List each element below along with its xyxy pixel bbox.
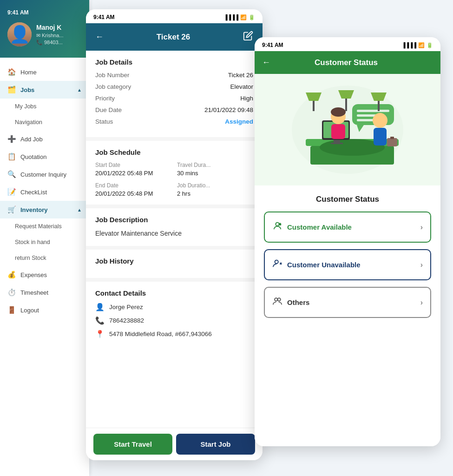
priority-label: Priority — [95, 95, 115, 102]
inquiry-icon: 🔍 — [7, 170, 16, 178]
contact-phone-row: 📞 7864238882 — [95, 316, 253, 325]
sidebar-item-label: CheckList — [20, 189, 47, 196]
job-duration-value: 2 hrs — [177, 190, 253, 197]
sidebar-item-navigation[interactable]: Navigation — [0, 114, 89, 130]
sidebar-item-label: Navigation — [15, 119, 42, 126]
start-date-value: 20/01/2022 05:48 PM — [95, 170, 171, 177]
svg-rect-19 — [390, 137, 394, 139]
ticket-back-button[interactable]: ← — [93, 30, 105, 44]
sidebar-item-inventory[interactable]: 🛒 Inventory ▲ — [0, 201, 89, 218]
job-category-label: Job category — [95, 83, 131, 90]
sidebar-item-logout[interactable]: 🚪 Logout — [0, 301, 89, 319]
sidebar-nav: 🏠 Home 🗂️ Jobs ▲ My Jobs Navigation ➕ Ad… — [0, 58, 89, 476]
end-date-label: End Date — [95, 182, 171, 189]
job-duration-label: Job Duratio... — [177, 182, 253, 189]
job-description-text: Elevator Maintenance Service — [95, 229, 253, 238]
sidebar-item-label: Request Materials — [15, 223, 62, 230]
job-number-value: Ticket 26 — [228, 72, 253, 79]
customer-illustration — [255, 74, 440, 185]
checklist-icon: 📝 — [7, 188, 16, 196]
job-number-label: Job Number — [95, 72, 130, 79]
svg-rect-18 — [387, 138, 397, 146]
sidebar-item-expenses[interactable]: 💰 Expenses — [0, 266, 89, 284]
sidebar-item-jobs[interactable]: 🗂️ Jobs ▲ — [0, 81, 89, 99]
contact-details-title: Contact Details — [95, 289, 253, 297]
start-travel-button[interactable]: Start Travel — [93, 434, 172, 455]
logout-icon: 🚪 — [7, 306, 16, 314]
svg-point-28 — [275, 260, 278, 264]
ticket-edit-button[interactable] — [241, 29, 255, 45]
svg-rect-12 — [357, 119, 375, 121]
sidebar-item-return-stock[interactable]: return Stock — [0, 250, 89, 266]
ticket-panel: 9:41 AM ▐▐▐▐ 📶 🔋 ← Ticket 26 Job Details… — [86, 9, 263, 460]
available-label: Customer Available — [287, 223, 352, 231]
customer-back-button[interactable]: ← — [262, 58, 270, 67]
ticket-status-bar: 9:41 AM ▐▐▐▐ 📶 🔋 — [86, 9, 263, 23]
unavailable-left: Customer Unavailable — [272, 258, 361, 271]
job-description-section: Job Description Elevator Maintenance Ser… — [86, 208, 263, 250]
available-left: Customer Available — [272, 221, 352, 233]
chevron-up-icon: ▲ — [77, 87, 82, 93]
customer-wifi-icon: 📶 — [418, 42, 425, 48]
customer-available-option[interactable]: Customer Available › — [264, 212, 431, 243]
sidebar-item-quotation[interactable]: 📋 Quotation — [0, 148, 89, 165]
job-number-row: Job Number Ticket 26 — [95, 72, 253, 79]
contact-name-row: 👤 Jorge Perez — [95, 303, 253, 311]
status-value: Assigned — [225, 118, 253, 125]
priority-value: High — [240, 95, 253, 102]
customer-others-option[interactable]: Others › — [264, 287, 431, 318]
sidebar-item-request-materials[interactable]: Request Materials — [0, 218, 89, 234]
signal-bars-icon: ▐▐▐▐ — [402, 42, 416, 48]
job-details-title: Job Details — [95, 58, 253, 66]
start-date-label: Start Date — [95, 162, 171, 168]
sidebar-item-checklist[interactable]: 📝 CheckList — [0, 183, 89, 201]
sidebar-item-label: Home — [20, 69, 37, 76]
status-label: Status — [95, 118, 113, 125]
travel-duration-value: 30 mins — [177, 170, 253, 177]
add-job-icon: ➕ — [7, 135, 16, 143]
sidebar: 9:41 AM Manoj K ✉ Krishna... 📞 98403... … — [0, 0, 89, 476]
job-history-section: Job History — [86, 250, 263, 282]
customer-battery-icon: 🔋 — [427, 42, 433, 48]
status-row: Status Assigned — [95, 118, 253, 125]
ticket-header: ← Ticket 26 — [86, 23, 263, 51]
chevron-up-icon2: ▲ — [77, 207, 82, 212]
svg-point-32 — [277, 298, 280, 301]
sidebar-item-label: Add Job — [20, 136, 43, 143]
svg-point-31 — [275, 298, 277, 301]
location-icon: 📍 — [95, 330, 105, 338]
available-icon — [272, 221, 282, 233]
sidebar-item-my-jobs[interactable]: My Jobs — [0, 99, 89, 114]
contact-phone-icon: 📞 — [95, 316, 105, 325]
svg-point-15 — [331, 107, 346, 117]
schedule-grid: Start Date 20/01/2022 05:48 PM Travel Du… — [95, 162, 253, 197]
customer-header: ← Customer Status — [255, 51, 440, 74]
customer-time: 9:41 AM — [262, 42, 283, 48]
travel-duration-label: Travel Dura... — [177, 162, 253, 168]
contact-address: 5478 Middlefield Road, #667,943066 — [109, 331, 212, 337]
customer-header-title: Customer Status — [276, 58, 416, 67]
start-date-item: Start Date 20/01/2022 05:48 PM — [95, 162, 171, 177]
job-description-title: Job Description — [95, 216, 253, 224]
others-icon — [272, 296, 282, 309]
user-name: Manoj K — [36, 24, 82, 31]
others-chevron-icon: › — [420, 298, 423, 307]
reception-illustration — [287, 83, 408, 176]
sidebar-item-label: Quotation — [20, 153, 46, 160]
sidebar-item-customer-inquiry[interactable]: 🔍 Customer Inquiry — [0, 165, 89, 183]
sidebar-item-add-job[interactable]: ➕ Add Job — [0, 130, 89, 148]
sidebar-header: 9:41 AM Manoj K ✉ Krishna... 📞 98403... — [0, 0, 89, 58]
ticket-time: 9:41 AM — [93, 14, 115, 20]
customer-status-section-title: Customer Status — [264, 195, 431, 204]
job-history-title: Job History — [95, 257, 253, 265]
contact-details-section: Contact Details 👤 Jorge Perez 📞 78642388… — [86, 282, 263, 350]
sidebar-item-timesheet[interactable]: ⏱️ Timesheet — [0, 284, 89, 301]
start-job-button[interactable]: Start Job — [176, 434, 255, 455]
customer-unavailable-option[interactable]: Customer Unavailable › — [264, 249, 431, 280]
sidebar-item-label: Logout — [20, 307, 39, 314]
svg-rect-10 — [357, 110, 389, 112]
job-schedule-title: Job Schedule — [95, 148, 253, 156]
inventory-icon: 🛒 — [7, 205, 16, 214]
sidebar-item-home[interactable]: 🏠 Home — [0, 63, 89, 81]
sidebar-item-stock-in-hand[interactable]: Stock in hand — [0, 234, 89, 250]
